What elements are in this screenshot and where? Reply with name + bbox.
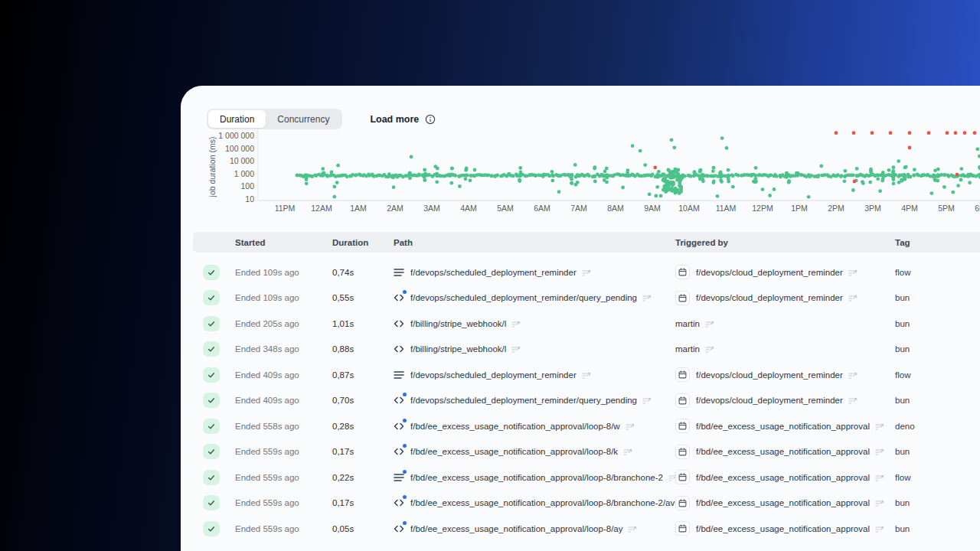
job-point[interactable] — [321, 167, 325, 171]
job-point[interactable] — [835, 131, 838, 135]
table-row[interactable]: Ended 559s ago 0,22s f/bd/ee_excess_usag… — [193, 465, 980, 491]
job-point[interactable] — [587, 174, 591, 178]
job-point[interactable] — [929, 191, 933, 195]
job-point[interactable] — [968, 181, 972, 184]
job-point[interactable] — [643, 163, 647, 167]
table-row[interactable]: Ended 558s ago 0,28s f/bd/ee_excess_usag… — [193, 413, 980, 439]
job-point[interactable] — [959, 167, 963, 171]
job-point[interactable] — [942, 185, 946, 189]
filter-by-trigger-icon[interactable] — [848, 396, 858, 405]
job-point[interactable] — [495, 174, 499, 178]
job-point[interactable] — [716, 194, 720, 198]
filter-by-path-icon[interactable] — [511, 344, 521, 354]
job-point[interactable] — [345, 174, 349, 178]
table-row[interactable]: Ended 409s ago 0,87s f/devops/scheduled_… — [193, 362, 980, 388]
job-point[interactable] — [550, 170, 554, 174]
job-point[interactable] — [631, 144, 635, 148]
job-point[interactable] — [551, 174, 555, 178]
path-link[interactable]: f/bd/ee_excess_usage_notification_approv… — [410, 447, 618, 456]
filter-by-path-icon[interactable] — [626, 422, 635, 431]
job-point[interactable] — [936, 168, 940, 171]
job-point[interactable] — [423, 168, 426, 172]
job-point[interactable] — [773, 187, 776, 191]
filter-by-path-icon[interactable] — [582, 370, 591, 380]
path-link[interactable]: f/devops/scheduled_deployment_reminder — [410, 370, 577, 380]
job-point[interactable] — [657, 170, 661, 174]
job-point[interactable] — [887, 168, 891, 172]
job-point[interactable] — [946, 131, 949, 135]
job-point[interactable] — [876, 177, 880, 181]
job-point[interactable] — [593, 165, 597, 169]
job-point[interactable] — [787, 181, 791, 184]
filter-by-trigger-icon[interactable] — [705, 344, 714, 354]
table-row[interactable]: Ended 559s ago 0,05s f/bd/ee_excess_usag… — [193, 516, 980, 542]
path-link[interactable]: f/billing/stripe_webhook/l — [410, 344, 506, 354]
table-row[interactable]: Ended 109s ago 0,74s f/devops/scheduled_… — [193, 259, 980, 285]
job-point[interactable] — [936, 179, 939, 183]
job-point[interactable] — [904, 165, 908, 169]
job-point[interactable] — [449, 181, 453, 185]
job-point[interactable] — [511, 174, 515, 178]
job-point[interactable] — [927, 131, 931, 135]
job-point[interactable] — [679, 188, 683, 192]
job-point[interactable] — [648, 193, 652, 197]
path-link[interactable]: f/devops/scheduled_deployment_reminder — [410, 268, 577, 277]
job-point[interactable] — [711, 169, 715, 173]
job-point[interactable] — [593, 180, 597, 184]
filter-by-path-icon[interactable] — [642, 293, 652, 302]
table-row[interactable]: Ended 559s ago 0,17s f/bd/ee_excess_usag… — [193, 491, 980, 517]
job-point[interactable] — [672, 145, 676, 149]
filter-by-path-icon[interactable] — [628, 524, 637, 533]
job-point[interactable] — [423, 178, 426, 182]
path-link[interactable]: f/bd/ee_excess_usage_notification_approv… — [410, 473, 663, 482]
path-link[interactable]: f/devops/scheduled_deployment_reminder/q… — [410, 396, 637, 405]
job-point[interactable] — [433, 165, 437, 168]
job-point[interactable] — [621, 186, 625, 190]
filter-by-trigger-icon[interactable] — [875, 524, 884, 533]
job-point[interactable] — [518, 166, 522, 170]
job-point[interactable] — [768, 194, 772, 197]
filter-by-trigger-icon[interactable] — [848, 370, 858, 380]
duration-scatter-chart[interactable]: 1 000 000100 00010 0001 0001001011PM12AM… — [181, 126, 980, 222]
job-point[interactable] — [712, 166, 716, 170]
job-point[interactable] — [851, 173, 855, 177]
job-point[interactable] — [725, 146, 729, 150]
job-point[interactable] — [605, 167, 609, 171]
job-point[interactable] — [639, 149, 642, 153]
job-point[interactable] — [570, 181, 573, 185]
job-point[interactable] — [775, 174, 779, 178]
job-point[interactable] — [712, 179, 716, 183]
job-point[interactable] — [954, 131, 958, 135]
job-point[interactable] — [305, 181, 309, 185]
job-point[interactable] — [903, 176, 906, 180]
job-point[interactable] — [913, 168, 916, 171]
job-point[interactable] — [817, 174, 821, 178]
job-point[interactable] — [975, 148, 979, 152]
job-point[interactable] — [855, 167, 859, 171]
filter-by-trigger-icon[interactable] — [705, 319, 714, 328]
job-point[interactable] — [897, 159, 900, 163]
path-link[interactable]: f/devops/scheduled_deployment_reminder/q… — [410, 293, 637, 302]
job-point[interactable] — [458, 184, 462, 188]
table-row[interactable]: Ended 409s ago 0,70s f/devops/scheduled_… — [193, 388, 980, 414]
job-point[interactable] — [853, 180, 857, 184]
job-point[interactable] — [427, 173, 431, 177]
job-point[interactable] — [909, 175, 913, 179]
job-point[interactable] — [843, 179, 847, 183]
job-point[interactable] — [576, 181, 580, 184]
job-point[interactable] — [676, 172, 680, 176]
job-point[interactable] — [473, 168, 477, 172]
job-point[interactable] — [336, 164, 340, 168]
job-point[interactable] — [959, 178, 963, 182]
table-row[interactable]: Ended 205s ago 1,01s f/billing/stripe_we… — [193, 311, 980, 337]
job-point[interactable] — [655, 185, 659, 189]
job-point[interactable] — [664, 177, 668, 181]
job-point[interactable] — [605, 181, 609, 184]
job-point[interactable] — [490, 174, 494, 178]
job-point[interactable] — [662, 172, 665, 176]
job-point[interactable] — [889, 131, 893, 135]
filter-by-path-icon[interactable] — [511, 319, 521, 328]
job-point[interactable] — [731, 185, 735, 189]
job-point[interactable] — [322, 171, 326, 174]
job-point[interactable] — [550, 179, 554, 183]
